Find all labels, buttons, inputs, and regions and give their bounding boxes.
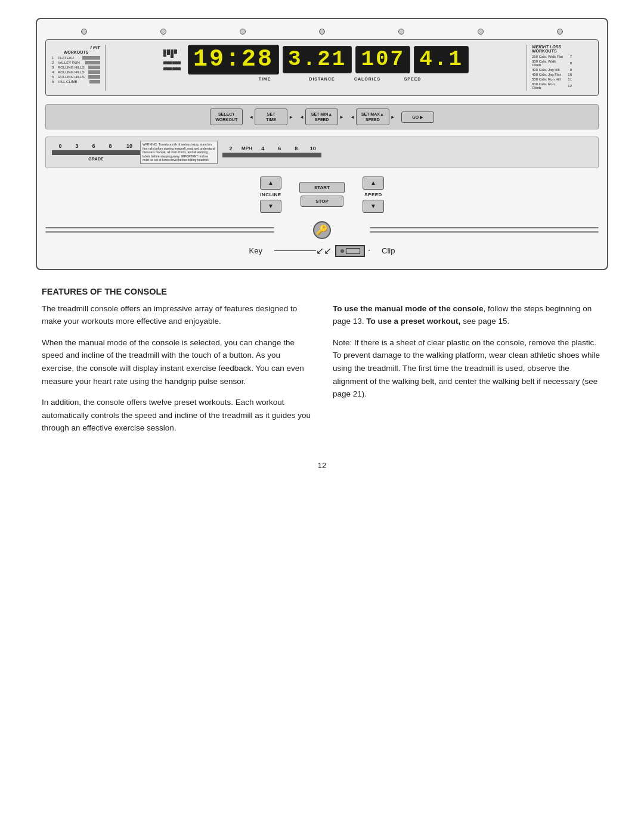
dot-5 [398,29,404,35]
incline-control: ▲ INCLINE ▼ [260,176,281,213]
left-para-1: The treadmill console offers an impressi… [42,302,311,328]
set-min-speed-button[interactable]: ◄ SET MIN▲SPEED ► [299,109,344,125]
calories-display: 107 [355,46,410,73]
grade-label: GRADE [88,157,103,161]
workout-item-6: 6 HILL CLIMB [52,80,100,83]
dot-2 [160,29,166,35]
speed-gauge: 2 MPH 4 6 8 10 [222,145,321,159]
start-button[interactable]: START [299,182,345,193]
left-column: The treadmill console offers an impressi… [42,302,311,443]
section-heading: FEATURES OF THE CONSOLE [42,287,602,296]
select-workout-button[interactable]: SELECTWORKOUT [210,109,243,125]
clip-label: Clip [382,246,395,255]
right-workout-7: 250 Cals. Walk Flat 7 [532,55,592,58]
center-display: 19:28 3.21 107 4.1 TIME DISTANCE CALORIE… [110,45,522,91]
right-workout-9: 400 Cals. Jog Hill 9 [532,68,592,72]
distance-label: DISTANCE [301,77,343,81]
dot-4 [319,29,325,35]
speed-display: 4.1 [414,46,469,73]
controls-row: SELECTWORKOUT ◄ SETTIME ► ◄ SET MIN▲SPEE… [45,104,599,129]
dot-6 [478,29,484,35]
display-labels: TIME DISTANCE CALORIES SPEED [199,77,434,81]
workout-item-1: 1 PLATEAU [52,56,100,60]
right-grip-bottom [370,231,599,233]
incline-down-button[interactable]: ▼ [260,200,281,213]
key-clip-row: Key ↙ ↙ Clip [45,245,599,257]
gauge-row: 0 3 6 8 10 GRADE WARNING: To reduce risk… [45,137,599,168]
bold-text-2: To use a preset workout, [366,317,460,326]
ifit-label: I FIT [52,45,100,50]
right-workout-12: 600 Cals. Run Climb 12 [532,82,592,89]
incline-up-button[interactable]: ▲ [260,176,281,190]
bold-text-1: To use the manual mode of the console [333,304,484,313]
console-diagram: I FIT WORKOUTS 1 PLATEAU 2 VALLEY RUN 3 … [36,18,608,270]
right-workouts-label: WORKOUTS [532,49,592,53]
left-para-2: When the manual mode of the console is s… [42,336,311,388]
right-workout-list: WEIGHT LOSS WORKOUTS 250 Cals. Walk Flat… [527,45,592,91]
mph-label: MPH [242,145,252,151]
left-workouts-label: WORKOUTS [52,50,100,54]
workout-item-2: 2 VALLEY RUN [52,61,100,64]
dot-3 [240,29,246,35]
page: I FIT WORKOUTS 1 PLATEAU 2 VALLEY RUN 3 … [0,0,644,494]
dot-7 [557,29,563,35]
workout-item-3: 3 ROLLING HILLS [52,66,100,69]
dot-1 [81,29,87,35]
start-stop-panel: START STOP [299,182,345,207]
speed-label: SPEED [392,77,434,81]
key-label: Key [249,246,262,255]
go-button[interactable]: GO ▶ [401,112,434,123]
main-display-area: I FIT WORKOUTS 1 PLATEAU 2 VALLEY RUN 3 … [45,39,599,96]
left-grip-top [45,227,274,228]
right-para-2: Note: If there is a sheet of clear plast… [333,336,602,401]
workout-item-4: 4 ROLLING HILLS [52,70,100,74]
left-grip-bottom [45,231,274,233]
left-para-3: In addition, the console offers twelve p… [42,396,311,435]
two-column-layout: The treadmill console offers an impressi… [42,302,602,443]
speed-control: ▲ SPEED ▼ [363,176,384,213]
text-content: FEATURES OF THE CONSOLE The treadmill co… [36,287,608,443]
page-number: 12 [36,461,608,470]
button-panel: ▲ INCLINE ▼ START STOP ▲ SPEED ▼ [45,176,599,213]
key-holder: 🔑 [286,221,358,239]
right-column: To use the manual mode of the console, f… [333,302,602,443]
right-grip-top [370,227,599,228]
right-para-1: To use the manual mode of the console, f… [333,302,602,328]
right-workout-10: 450 Cals. Jog Flat 10 [532,73,592,76]
stop-button[interactable]: STOP [301,196,343,207]
set-time-button[interactable]: ◄ SETTIME ► [249,109,293,125]
big-numbers-row: 19:28 3.21 107 4.1 [163,45,469,75]
time-label: TIME [232,77,298,81]
calories-label: CALORIES [346,77,388,81]
top-dots [45,29,599,35]
weight-loss-label: WEIGHT LOSS [532,45,592,49]
grip-area: 🔑 [45,221,599,239]
graph-indicator [163,49,181,70]
speed-down-button[interactable]: ▼ [363,200,384,213]
workout-item-5: 5 ROLLING HILLS [52,75,100,79]
grade-gauge: 0 3 6 8 10 GRADE [52,143,140,161]
key-icon: 🔑 [313,221,331,239]
speed-up-button[interactable]: ▲ [363,176,384,190]
speed-label: SPEED [364,192,382,197]
incline-label: INCLINE [260,192,281,197]
left-workout-list: I FIT WORKOUTS 1 PLATEAU 2 VALLEY RUN 3 … [52,45,106,91]
right-workout-11: 500 Cals. Run Hill 11 [532,78,592,81]
right-workout-8: 300 Cals. Walk Climb 8 [532,60,592,67]
time-display: 19:28 [188,45,279,75]
warning-box: WARNING: To reduce risk of serious injur… [140,141,218,164]
clip-connector [335,245,365,257]
distance-display: 3.21 [283,46,352,73]
set-max-speed-button[interactable]: ◄ SET MAX▲SPEED ► [350,109,395,125]
